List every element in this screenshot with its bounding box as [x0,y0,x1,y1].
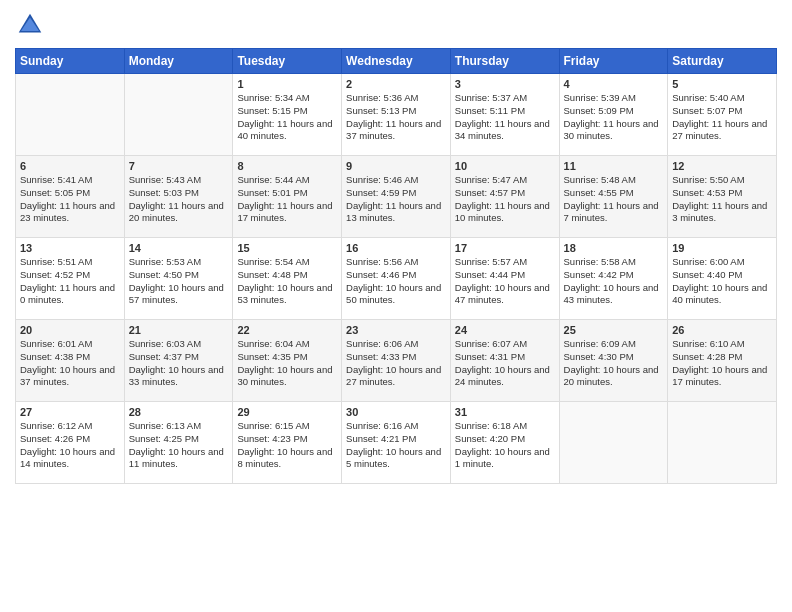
calendar-cell: 4Sunrise: 5:39 AM Sunset: 5:09 PM Daylig… [559,74,668,156]
header-day-friday: Friday [559,49,668,74]
day-number: 28 [129,406,229,418]
header-day-sunday: Sunday [16,49,125,74]
calendar-cell: 15Sunrise: 5:54 AM Sunset: 4:48 PM Dayli… [233,238,342,320]
day-number: 29 [237,406,337,418]
day-number: 31 [455,406,555,418]
week-row-0: 1Sunrise: 5:34 AM Sunset: 5:15 PM Daylig… [16,74,777,156]
logo [15,10,49,40]
calendar-cell: 22Sunrise: 6:04 AM Sunset: 4:35 PM Dayli… [233,320,342,402]
day-info: Sunrise: 6:13 AM Sunset: 4:25 PM Dayligh… [129,420,229,471]
day-number: 20 [20,324,120,336]
day-number: 11 [564,160,664,172]
day-number: 27 [20,406,120,418]
calendar-cell: 31Sunrise: 6:18 AM Sunset: 4:20 PM Dayli… [450,402,559,484]
day-info: Sunrise: 6:03 AM Sunset: 4:37 PM Dayligh… [129,338,229,389]
day-info: Sunrise: 5:50 AM Sunset: 4:53 PM Dayligh… [672,174,772,225]
day-number: 9 [346,160,446,172]
calendar-cell: 8Sunrise: 5:44 AM Sunset: 5:01 PM Daylig… [233,156,342,238]
day-info: Sunrise: 5:44 AM Sunset: 5:01 PM Dayligh… [237,174,337,225]
day-info: Sunrise: 6:07 AM Sunset: 4:31 PM Dayligh… [455,338,555,389]
day-info: Sunrise: 5:54 AM Sunset: 4:48 PM Dayligh… [237,256,337,307]
header [15,10,777,40]
day-number: 12 [672,160,772,172]
calendar-cell [16,74,125,156]
day-info: Sunrise: 6:04 AM Sunset: 4:35 PM Dayligh… [237,338,337,389]
header-day-thursday: Thursday [450,49,559,74]
day-number: 17 [455,242,555,254]
day-info: Sunrise: 5:37 AM Sunset: 5:11 PM Dayligh… [455,92,555,143]
calendar-cell: 6Sunrise: 5:41 AM Sunset: 5:05 PM Daylig… [16,156,125,238]
calendar-cell: 19Sunrise: 6:00 AM Sunset: 4:40 PM Dayli… [668,238,777,320]
calendar-cell: 13Sunrise: 5:51 AM Sunset: 4:52 PM Dayli… [16,238,125,320]
calendar-cell: 17Sunrise: 5:57 AM Sunset: 4:44 PM Dayli… [450,238,559,320]
day-info: Sunrise: 6:16 AM Sunset: 4:21 PM Dayligh… [346,420,446,471]
day-number: 5 [672,78,772,90]
calendar-cell: 16Sunrise: 5:56 AM Sunset: 4:46 PM Dayli… [342,238,451,320]
day-number: 14 [129,242,229,254]
day-number: 18 [564,242,664,254]
day-number: 24 [455,324,555,336]
calendar-table: SundayMondayTuesdayWednesdayThursdayFrid… [15,48,777,484]
calendar-cell: 20Sunrise: 6:01 AM Sunset: 4:38 PM Dayli… [16,320,125,402]
week-row-4: 27Sunrise: 6:12 AM Sunset: 4:26 PM Dayli… [16,402,777,484]
week-row-2: 13Sunrise: 5:51 AM Sunset: 4:52 PM Dayli… [16,238,777,320]
day-number: 22 [237,324,337,336]
header-day-monday: Monday [124,49,233,74]
calendar-cell: 1Sunrise: 5:34 AM Sunset: 5:15 PM Daylig… [233,74,342,156]
day-info: Sunrise: 5:36 AM Sunset: 5:13 PM Dayligh… [346,92,446,143]
day-info: Sunrise: 5:34 AM Sunset: 5:15 PM Dayligh… [237,92,337,143]
calendar-cell [559,402,668,484]
day-info: Sunrise: 5:47 AM Sunset: 4:57 PM Dayligh… [455,174,555,225]
day-info: Sunrise: 5:58 AM Sunset: 4:42 PM Dayligh… [564,256,664,307]
calendar-cell: 24Sunrise: 6:07 AM Sunset: 4:31 PM Dayli… [450,320,559,402]
header-day-wednesday: Wednesday [342,49,451,74]
week-row-3: 20Sunrise: 6:01 AM Sunset: 4:38 PM Dayli… [16,320,777,402]
day-info: Sunrise: 5:41 AM Sunset: 5:05 PM Dayligh… [20,174,120,225]
day-info: Sunrise: 5:43 AM Sunset: 5:03 PM Dayligh… [129,174,229,225]
day-number: 1 [237,78,337,90]
calendar-cell: 26Sunrise: 6:10 AM Sunset: 4:28 PM Dayli… [668,320,777,402]
calendar-cell: 2Sunrise: 5:36 AM Sunset: 5:13 PM Daylig… [342,74,451,156]
day-info: Sunrise: 6:00 AM Sunset: 4:40 PM Dayligh… [672,256,772,307]
day-number: 13 [20,242,120,254]
calendar-cell: 27Sunrise: 6:12 AM Sunset: 4:26 PM Dayli… [16,402,125,484]
week-row-1: 6Sunrise: 5:41 AM Sunset: 5:05 PM Daylig… [16,156,777,238]
day-info: Sunrise: 5:56 AM Sunset: 4:46 PM Dayligh… [346,256,446,307]
day-number: 23 [346,324,446,336]
calendar-cell: 21Sunrise: 6:03 AM Sunset: 4:37 PM Dayli… [124,320,233,402]
day-number: 25 [564,324,664,336]
day-info: Sunrise: 5:51 AM Sunset: 4:52 PM Dayligh… [20,256,120,307]
calendar-cell: 28Sunrise: 6:13 AM Sunset: 4:25 PM Dayli… [124,402,233,484]
calendar-cell: 7Sunrise: 5:43 AM Sunset: 5:03 PM Daylig… [124,156,233,238]
day-number: 26 [672,324,772,336]
day-number: 4 [564,78,664,90]
day-number: 30 [346,406,446,418]
day-number: 7 [129,160,229,172]
day-info: Sunrise: 6:09 AM Sunset: 4:30 PM Dayligh… [564,338,664,389]
calendar-cell: 10Sunrise: 5:47 AM Sunset: 4:57 PM Dayli… [450,156,559,238]
day-number: 8 [237,160,337,172]
header-day-tuesday: Tuesday [233,49,342,74]
calendar-header: SundayMondayTuesdayWednesdayThursdayFrid… [16,49,777,74]
day-number: 15 [237,242,337,254]
day-number: 21 [129,324,229,336]
calendar-cell: 14Sunrise: 5:53 AM Sunset: 4:50 PM Dayli… [124,238,233,320]
day-info: Sunrise: 6:01 AM Sunset: 4:38 PM Dayligh… [20,338,120,389]
logo-icon [15,10,45,40]
day-info: Sunrise: 5:46 AM Sunset: 4:59 PM Dayligh… [346,174,446,225]
day-number: 2 [346,78,446,90]
day-number: 16 [346,242,446,254]
day-info: Sunrise: 6:12 AM Sunset: 4:26 PM Dayligh… [20,420,120,471]
day-info: Sunrise: 5:39 AM Sunset: 5:09 PM Dayligh… [564,92,664,143]
calendar-cell: 5Sunrise: 5:40 AM Sunset: 5:07 PM Daylig… [668,74,777,156]
calendar-cell: 25Sunrise: 6:09 AM Sunset: 4:30 PM Dayli… [559,320,668,402]
day-number: 10 [455,160,555,172]
day-number: 6 [20,160,120,172]
header-row: SundayMondayTuesdayWednesdayThursdayFrid… [16,49,777,74]
calendar-cell [668,402,777,484]
page: SundayMondayTuesdayWednesdayThursdayFrid… [0,0,792,612]
day-info: Sunrise: 6:06 AM Sunset: 4:33 PM Dayligh… [346,338,446,389]
calendar-cell: 3Sunrise: 5:37 AM Sunset: 5:11 PM Daylig… [450,74,559,156]
day-info: Sunrise: 5:57 AM Sunset: 4:44 PM Dayligh… [455,256,555,307]
calendar-cell: 12Sunrise: 5:50 AM Sunset: 4:53 PM Dayli… [668,156,777,238]
